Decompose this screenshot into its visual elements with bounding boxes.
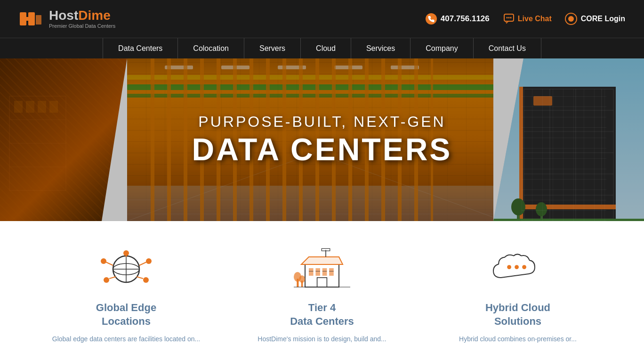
chat-svg bbox=[504, 14, 514, 24]
global-edge-title: Global EdgeLocations bbox=[96, 301, 156, 328]
core-login-button[interactable]: CORE Login bbox=[565, 13, 625, 25]
svg-point-81 bbox=[507, 265, 511, 269]
hybrid-cloud-svg bbox=[490, 245, 546, 292]
svg-rect-2 bbox=[20, 17, 35, 21]
nav-data-centers[interactable]: Data Centers bbox=[103, 38, 178, 59]
nav-colocation[interactable]: Colocation bbox=[178, 38, 244, 59]
svg-line-61 bbox=[137, 277, 143, 279]
logo-text: HostDime Premier Global Data Centers bbox=[49, 9, 115, 29]
svg-rect-65 bbox=[309, 268, 314, 276]
core-inner-dot bbox=[568, 16, 574, 22]
core-login-label: CORE Login bbox=[581, 15, 625, 23]
svg-rect-3 bbox=[36, 15, 41, 25]
svg-point-58 bbox=[104, 277, 109, 283]
global-edge-desc: Global edge data centers are facilities … bbox=[52, 334, 200, 344]
main-nav: Data Centers Colocation Servers Cloud Se… bbox=[0, 38, 644, 58]
svg-point-56 bbox=[146, 258, 152, 264]
core-icon bbox=[565, 13, 577, 25]
hero-subtitle: PURPOSE-BUILT, NEXT-GEN bbox=[192, 113, 452, 131]
tier4-svg bbox=[294, 245, 350, 292]
logo[interactable]: HostDime Premier Global Data Centers bbox=[19, 8, 115, 29]
features-section: Global EdgeLocations Global edge data ce… bbox=[0, 221, 644, 354]
svg-point-60 bbox=[143, 277, 149, 283]
nav-servers[interactable]: Servers bbox=[244, 38, 301, 59]
svg-point-77 bbox=[299, 275, 305, 283]
global-edge-svg bbox=[98, 245, 154, 292]
header-right: 407.756.1126 Live Chat CORE Login bbox=[426, 13, 625, 25]
nav-cloud[interactable]: Cloud bbox=[301, 38, 351, 59]
phone-area[interactable]: 407.756.1126 bbox=[426, 13, 490, 25]
tier4-icon bbox=[294, 245, 350, 292]
feature-tier4: Tier 4Data Centers HostDime's mission is… bbox=[224, 245, 420, 345]
hero-text: PURPOSE-BUILT, NEXT-GEN DATA CENTERS bbox=[192, 113, 452, 167]
hero-title: DATA CENTERS bbox=[192, 132, 452, 167]
logo-brand: HostDime bbox=[49, 9, 115, 22]
live-chat-button[interactable]: Live Chat bbox=[503, 13, 552, 25]
svg-point-7 bbox=[510, 17, 511, 18]
phone-number: 407.756.1126 bbox=[441, 14, 490, 24]
chat-icon bbox=[503, 13, 515, 25]
svg-point-54 bbox=[101, 258, 106, 264]
svg-rect-68 bbox=[329, 268, 334, 276]
hybrid-cloud-title: Hybrid CloudSolutions bbox=[485, 301, 550, 328]
svg-point-5 bbox=[506, 17, 507, 18]
tier4-title: Tier 4Data Centers bbox=[290, 301, 354, 328]
feature-global-edge: Global EdgeLocations Global edge data ce… bbox=[28, 245, 224, 345]
header: HostDime Premier Global Data Centers 407… bbox=[0, 0, 644, 38]
tier4-desc: HostDime's mission is to design, build a… bbox=[258, 334, 386, 344]
nav-contact-us[interactable]: Contact Us bbox=[474, 38, 541, 59]
svg-point-83 bbox=[522, 265, 526, 269]
hybrid-cloud-desc: Hybrid cloud combines on-premises or... bbox=[459, 334, 577, 344]
nav-company[interactable]: Company bbox=[411, 38, 473, 59]
global-edge-icon bbox=[98, 245, 154, 292]
svg-rect-67 bbox=[322, 268, 327, 276]
svg-rect-73 bbox=[317, 278, 327, 287]
svg-point-52 bbox=[123, 250, 129, 256]
svg-line-55 bbox=[106, 262, 113, 265]
svg-point-82 bbox=[515, 265, 519, 269]
live-chat-label: Live Chat bbox=[518, 15, 552, 23]
logo-tagline: Premier Global Data Centers bbox=[49, 23, 115, 29]
phone-svg bbox=[428, 16, 435, 22]
svg-line-57 bbox=[139, 262, 146, 265]
svg-point-6 bbox=[508, 17, 509, 18]
hybrid-cloud-icon bbox=[490, 245, 546, 292]
logo-icon bbox=[19, 8, 43, 29]
feature-hybrid-cloud: Hybrid CloudSolutions Hybrid cloud combi… bbox=[420, 245, 616, 345]
svg-rect-66 bbox=[315, 268, 320, 276]
nav-services[interactable]: Services bbox=[351, 38, 411, 59]
svg-line-59 bbox=[109, 277, 116, 279]
phone-icon bbox=[426, 13, 437, 25]
hero-section: PURPOSE-BUILT, NEXT-GEN DATA CENTERS bbox=[0, 58, 644, 221]
